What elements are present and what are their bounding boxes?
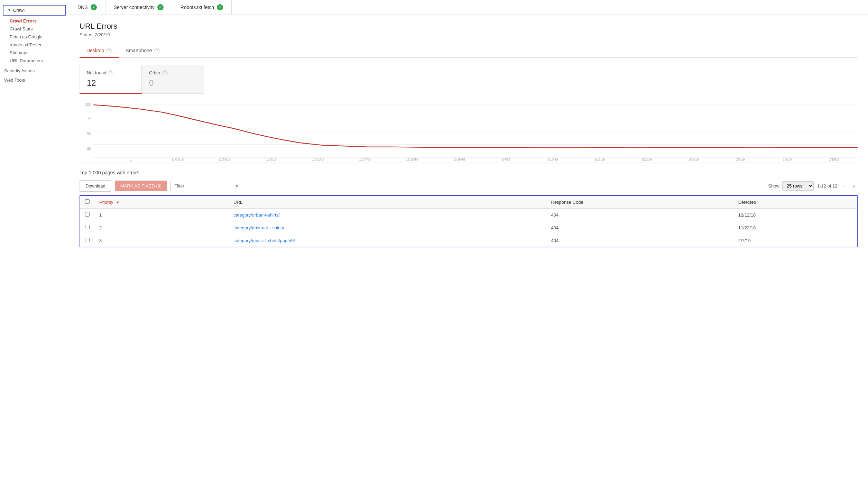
sidebar-item-crawl-stats[interactable]: Crawl Stats [0,25,69,33]
row-3-response-code: 404 [546,234,733,247]
table-row: 2 category/abstract-t-shirts/ 404 11/22/… [80,221,857,234]
dns-status: DNS ✓ [69,0,105,15]
row-checkbox-cell [80,209,94,221]
row-1-checkbox[interactable] [85,212,90,217]
x-label-128: 1/28/19 [670,158,717,161]
stat-card-other-title: Other ? [149,70,197,75]
header-url: URL [229,196,546,209]
row-2-response-code: 404 [546,221,733,234]
header-response-code: Response Code [546,196,733,209]
table-row: 3 category/music-t-shirts/page/5/ 404 2/… [80,234,857,247]
filter-input-wrapper[interactable]: ▼ [170,181,243,191]
chart-y-label-75: 75 [80,117,93,121]
tab-smartphone-help-icon[interactable]: ? [154,48,160,53]
chart-y-labels: 100 75 50 25 [80,101,93,152]
toolbar: Download MARK AS FIXED (0) ▼ Show 25 row… [80,180,858,195]
select-all-checkbox[interactable] [85,199,90,204]
x-label-1229: 12/29/18 [435,158,482,161]
row-1-priority: 1 [94,209,229,221]
chart-y-label-100: 100 [80,102,93,107]
sidebar-item-web-tools[interactable]: Web Tools [0,75,69,85]
rows-select[interactable]: 25 rows 50 rows 100 rows [782,181,814,191]
status-bar: DNS ✓ Server connectivity ✓ Robots.txt f… [69,0,868,15]
stat-cards: Not found ? 12 Other ? 0 [80,65,858,94]
show-rows: Show 25 rows 50 rows 100 rows [768,181,814,191]
robots-txt-check-icon: ✓ [217,4,223,10]
row-3-url: category/music-t-shirts/page/5/ [229,234,546,247]
prev-page-button[interactable]: ‹ [840,182,847,191]
header-detected: Detected [733,196,857,209]
mark-fixed-button[interactable]: MARK AS FIXED (0) [115,181,167,191]
chart-y-label-50: 50 [80,132,93,136]
chart-x-labels: ... 11/23/18 11/29/18 12/5/18 12/11/18 1… [107,152,858,163]
sidebar: ▼ Crawl Crawl Errors Crawl Stats Fetch a… [0,0,69,503]
download-button[interactable]: Download [80,180,111,192]
x-label-23: 2/3/19 [717,158,764,161]
x-label-116: 1/16/19 [576,158,623,161]
main-content: DNS ✓ Server connectivity ✓ Robots.txt f… [69,0,868,503]
row-1-detected: 12/12/18 [733,209,857,221]
not-found-help-icon[interactable]: ? [108,70,113,75]
sidebar-item-sitemaps[interactable]: Sitemaps [0,49,69,57]
tab-smartphone[interactable]: Smartphone ? [119,44,166,58]
sort-arrow-icon: ▼ [116,200,120,204]
row-checkbox-cell [80,221,94,234]
dns-label: DNS [77,4,88,10]
x-label-1217: 12/17/18 [342,158,389,161]
collapse-arrow-icon: ▼ [8,8,11,12]
page-subtitle: Status: 2/20/19 [80,32,858,37]
row-checkbox-cell [80,234,94,247]
table-header-row: Priority ▼ URL Response Code Detected [80,196,857,209]
row-3-checkbox[interactable] [85,238,90,242]
row-3-detected: 2/7/19 [733,234,857,247]
show-label: Show [768,183,779,189]
sidebar-item-crawl-errors[interactable]: Crawl Errors [0,17,69,25]
page-content: URL Errors Status: 2/20/19 Desktop ? Sma… [69,15,868,254]
robots-txt-status: Robots.txt fetch ✓ [172,0,232,15]
x-label-110: 1/10/19 [529,158,576,161]
stat-card-not-found[interactable]: Not found ? 12 [80,65,142,94]
tab-smartphone-label: Smartphone [126,48,152,53]
row-2-detected: 11/22/18 [733,221,857,234]
header-priority[interactable]: Priority ▼ [94,196,229,209]
sidebar-item-robots-txt[interactable]: robots.txt Tester [0,41,69,49]
section-title: Top 1,000 pages with errors [80,170,858,175]
pagination: 1-12 of 12 ‹ › [817,182,858,191]
row-2-priority: 2 [94,221,229,234]
server-connectivity-status: Server connectivity ✓ [105,0,172,15]
sidebar-item-url-parameters[interactable]: URL Parameters [0,57,69,65]
x-label-125: 12/5/18 [248,158,295,161]
tabs: Desktop ? Smartphone ? [80,44,858,58]
tab-desktop[interactable]: Desktop ? [80,44,119,58]
stat-card-other-value: 0 [149,78,197,88]
page-title: URL Errors [80,22,858,31]
other-help-icon[interactable]: ? [162,70,168,75]
table-row: 1 category/urban-t-shirts/ 404 12/12/18 [80,209,857,221]
sidebar-item-fetch-as-google[interactable]: Fetch as Google [0,33,69,41]
sidebar-crawl-section: ▼ Crawl Crawl Errors Crawl Stats Fetch a… [0,5,69,65]
x-label-1123: 11/23/18 [154,158,201,161]
pagination-label: 1-12 of 12 [817,183,838,189]
x-label-14: 1/4/19 [482,158,529,161]
x-label-29: 2/9/19 [764,158,811,161]
chart-y-label-25: 25 [80,146,93,150]
stat-card-not-found-value: 12 [87,78,135,88]
sidebar-item-security-issues[interactable]: Security Issues [0,66,69,75]
table-wrapper: Priority ▼ URL Response Code Detected 1 … [80,195,858,247]
stat-card-not-found-title: Not found ? [87,70,135,75]
stat-card-other[interactable]: Other ? 0 [142,65,204,94]
chart-container: 100 75 50 25 ... 11/23/18 [80,101,858,163]
header-checkbox-cell [80,196,94,209]
tab-desktop-help-icon[interactable]: ? [106,48,112,53]
x-label-ellipsis: ... [107,158,154,161]
filter-icon: ▼ [234,183,239,189]
row-2-checkbox[interactable] [85,225,90,229]
next-page-button[interactable]: › [850,182,858,191]
sidebar-crawl-header[interactable]: ▼ Crawl [3,5,66,16]
x-label-1223: 12/23/18 [389,158,436,161]
row-3-priority: 3 [94,234,229,247]
server-connectivity-label: Server connectivity [114,4,155,10]
row-2-url: category/abstract-t-shirts/ [229,221,546,234]
filter-input[interactable] [174,183,232,189]
row-1-response-code: 404 [546,209,733,221]
